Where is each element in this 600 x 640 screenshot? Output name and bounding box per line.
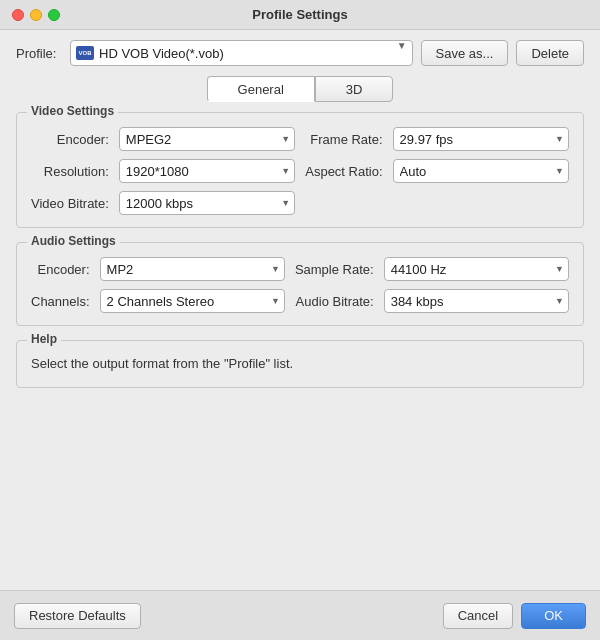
minimize-button[interactable] — [30, 9, 42, 21]
encoder-label: Encoder: — [31, 132, 109, 147]
help-section: Help Select the output format from the "… — [16, 340, 584, 388]
tab-general[interactable]: General — [207, 76, 315, 102]
restore-defaults-button[interactable]: Restore Defaults — [14, 603, 141, 629]
tabs: General 3D — [16, 76, 584, 102]
maximize-button[interactable] — [48, 9, 60, 21]
main-content: Profile: VOB HD VOB Video(*.vob) HD MP4 … — [0, 30, 600, 412]
profile-select-container: VOB HD VOB Video(*.vob) HD MP4 Video(*.m… — [70, 40, 413, 66]
tab-3d[interactable]: 3D — [315, 76, 394, 102]
title-bar: Profile Settings — [0, 0, 600, 30]
video-settings-title: Video Settings — [27, 104, 118, 118]
cancel-button[interactable]: Cancel — [443, 603, 513, 629]
aspect-ratio-select[interactable]: Auto 4:3 16:9 — [393, 159, 569, 183]
help-text: Select the output format from the "Profi… — [31, 355, 569, 373]
profile-label: Profile: — [16, 46, 62, 61]
audio-settings-section: Audio Settings Encoder: MP2 MP3 AAC AC3 … — [16, 242, 584, 326]
resolution-label: Resolution: — [31, 164, 109, 179]
window-title: Profile Settings — [252, 7, 347, 22]
save-as-button[interactable]: Save as... — [421, 40, 509, 66]
frame-rate-select[interactable]: 23.976 fps 25 fps 29.97 fps 30 fps 59.94… — [393, 127, 569, 151]
channels-label: Channels: — [31, 294, 90, 309]
help-title: Help — [27, 332, 61, 346]
profile-select[interactable]: HD VOB Video(*.vob) HD MP4 Video(*.mp4) … — [70, 40, 413, 66]
audio-encoder-select-container: MP2 MP3 AAC AC3 ▼ — [100, 257, 285, 281]
audio-bitrate-select[interactable]: 128 kbps 192 kbps 256 kbps 384 kbps — [384, 289, 569, 313]
audio-bitrate-select-container: 128 kbps 192 kbps 256 kbps 384 kbps ▼ — [384, 289, 569, 313]
aspect-ratio-label: Aspect Ratio: — [305, 164, 382, 179]
resolution-select[interactable]: 1280*720 1920*1080 3840*2160 — [119, 159, 295, 183]
ok-button[interactable]: OK — [521, 603, 586, 629]
sample-rate-select-container: 22050 Hz 44100 Hz 48000 Hz ▼ — [384, 257, 569, 281]
profile-row: Profile: VOB HD VOB Video(*.vob) HD MP4 … — [16, 40, 584, 66]
bottom-bar: Restore Defaults Cancel OK — [0, 590, 600, 640]
frame-rate-label: Frame Rate: — [305, 132, 382, 147]
video-settings-section: Video Settings Encoder: MPEG2 MPEG4 H.26… — [16, 112, 584, 228]
encoder-select[interactable]: MPEG2 MPEG4 H.264 H.265 — [119, 127, 295, 151]
encoder-select-container: MPEG2 MPEG4 H.264 H.265 ▼ — [119, 127, 295, 151]
delete-button[interactable]: Delete — [516, 40, 584, 66]
audio-encoder-select[interactable]: MP2 MP3 AAC AC3 — [100, 257, 285, 281]
audio-bitrate-label: Audio Bitrate: — [295, 294, 374, 309]
frame-rate-select-container: 23.976 fps 25 fps 29.97 fps 30 fps 59.94… — [393, 127, 569, 151]
audio-encoder-label: Encoder: — [31, 262, 90, 277]
video-bitrate-select-container: 4000 kbps 8000 kbps 12000 kbps 16000 kbp… — [119, 191, 295, 215]
close-button[interactable] — [12, 9, 24, 21]
channels-select[interactable]: Mono 2 Channels Stereo 5.1 Surround — [100, 289, 285, 313]
channels-select-container: Mono 2 Channels Stereo 5.1 Surround ▼ — [100, 289, 285, 313]
resolution-select-container: 1280*720 1920*1080 3840*2160 ▼ — [119, 159, 295, 183]
sample-rate-label: Sample Rate: — [295, 262, 374, 277]
aspect-ratio-select-container: Auto 4:3 16:9 ▼ — [393, 159, 569, 183]
video-bitrate-select[interactable]: 4000 kbps 8000 kbps 12000 kbps 16000 kbp… — [119, 191, 295, 215]
audio-settings-title: Audio Settings — [27, 234, 120, 248]
bottom-right-buttons: Cancel OK — [443, 603, 586, 629]
video-bitrate-label: Video Bitrate: — [31, 196, 109, 211]
traffic-lights — [12, 9, 60, 21]
sample-rate-select[interactable]: 22050 Hz 44100 Hz 48000 Hz — [384, 257, 569, 281]
